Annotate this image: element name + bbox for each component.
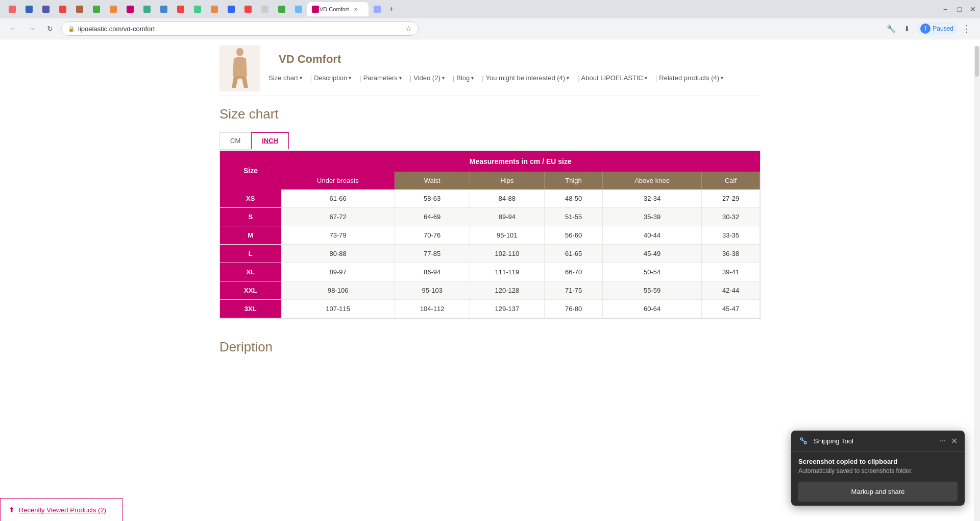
extensions-btn[interactable]: 🔧 — [884, 21, 898, 36]
cell-L-3: 61-65 — [545, 245, 603, 263]
product-image — [219, 45, 260, 91]
tab-item-13[interactable] — [206, 2, 223, 16]
cell-S-0: 67-72 — [281, 208, 395, 226]
cell-XS-1: 58-63 — [395, 190, 470, 208]
download-btn[interactable]: ⬇ — [900, 21, 914, 36]
tab-close-btn[interactable]: ✕ — [354, 7, 358, 12]
cell-3XL-1: 104-112 — [395, 300, 470, 318]
snipping-body: Screenshot copied to clipboard Automatic… — [791, 452, 965, 499]
cell-3XL-3: 76-80 — [545, 300, 603, 318]
nav-related[interactable]: Related products (4) ▾ — [659, 71, 729, 85]
tab-favicon-17 — [278, 6, 285, 13]
nav-interested[interactable]: You might be interested (4) ▾ — [486, 71, 576, 85]
sep-3: | — [410, 74, 411, 82]
tab-item-9[interactable] — [139, 2, 155, 16]
tab-item-1[interactable] — [4, 2, 20, 16]
snipping-close-btn[interactable]: ✕ — [951, 436, 958, 446]
size-cell-XL: XL — [220, 263, 281, 281]
minimize-btn[interactable]: － — [941, 4, 949, 15]
size-cell-XXL: XXL — [220, 281, 281, 300]
tab-item-5[interactable] — [71, 2, 88, 16]
cell-XS-5: 27-29 — [702, 190, 760, 208]
tab-item-active[interactable]: VD Comfort ✕ — [307, 2, 369, 16]
sep-4: | — [453, 74, 454, 82]
tab-item-18[interactable] — [290, 2, 307, 16]
address-bar[interactable]: 🔒 lipoelastic.com/vd-comfort ☆ — [61, 21, 419, 36]
col-calf: Calf — [702, 172, 760, 190]
maximize-btn[interactable]: □ — [958, 5, 962, 13]
profile-btn[interactable]: T Paused — [916, 22, 958, 35]
size-header: Size — [220, 151, 281, 190]
tab-favicon-15 — [244, 6, 252, 13]
section-title: Size chart — [219, 106, 761, 122]
tab-item-17[interactable] — [274, 2, 290, 16]
tab-item-15[interactable] — [240, 2, 256, 16]
new-tab-btn[interactable]: + — [386, 5, 397, 14]
tab-item-3[interactable] — [38, 2, 54, 16]
cell-XL-1: 86-94 — [395, 263, 470, 281]
tab-cm[interactable]: CM — [219, 132, 251, 150]
recently-viewed-bar[interactable]: ⬆ Recently Viewed Products (2) — [0, 498, 122, 499]
cell-3XL-2: 129-137 — [470, 300, 545, 318]
tab-item-8[interactable] — [122, 2, 138, 16]
snipping-tool-icon — [798, 436, 808, 446]
size-tabs: CM INCH — [219, 132, 761, 151]
url-text: lipoelastic.com/vd-comfort — [78, 25, 155, 33]
nav-description[interactable]: Description ▾ — [314, 71, 357, 85]
main-section: Size chart CM INCH Size Measurements in … — [219, 96, 761, 329]
snipping-tool-notification: Snipping Tool ··· ✕ Screenshot copied to… — [791, 431, 965, 499]
col-hips: Hips — [470, 172, 545, 190]
tab-item-10[interactable] — [156, 2, 172, 16]
nav-blog[interactable]: Blog ▾ — [456, 71, 480, 85]
tab-item-6[interactable] — [88, 2, 105, 16]
tab-favicon-4 — [59, 6, 66, 13]
chevron-blog: ▾ — [471, 75, 474, 81]
nav-parameters[interactable]: Parameters ▾ — [363, 71, 408, 85]
svg-line-4 — [801, 440, 805, 442]
tab-item-11[interactable] — [173, 2, 189, 16]
tab-item-16[interactable] — [257, 2, 273, 16]
cell-M-1: 70-76 — [395, 226, 470, 245]
size-cell-M: M — [220, 226, 281, 245]
tab-favicon-10 — [160, 6, 167, 13]
bookmark-icon[interactable]: ☆ — [405, 25, 412, 33]
address-bar-row: ← → ↻ 🔒 lipoelastic.com/vd-comfort ☆ 🔧 ⬇… — [0, 18, 980, 39]
settings-btn[interactable]: ⋮ — [960, 21, 974, 36]
tab-favicon-7 — [110, 6, 117, 13]
cell-S-4: 35-39 — [602, 208, 701, 226]
tab-item-4[interactable] — [55, 2, 71, 16]
scrollbar-thumb[interactable] — [975, 46, 979, 77]
nav-about[interactable]: About LIPOELASTIC ▾ — [581, 71, 653, 85]
svg-point-1 — [800, 438, 803, 440]
snipping-tool-title: Snipping Tool — [814, 437, 939, 445]
product-info: VD Comfort Size chart ▾ | Description ▾ … — [268, 53, 729, 85]
chevron-description: ▾ — [349, 75, 351, 81]
cell-XS-0: 61-66 — [281, 190, 395, 208]
tab-favicon-20 — [374, 6, 381, 13]
tab-item-12[interactable] — [189, 2, 206, 16]
snipping-msg-sub: Automatically saved to screenshots folde… — [798, 467, 958, 475]
cell-XS-3: 48-50 — [545, 190, 603, 208]
tab-item-2[interactable] — [21, 2, 37, 16]
tab-favicon-8 — [127, 6, 134, 13]
cell-L-1: 77-85 — [395, 245, 470, 263]
tab-item-20[interactable] — [369, 2, 385, 16]
markup-share-btn[interactable]: Markup and share — [798, 482, 958, 499]
nav-video[interactable]: Video (2) ▾ — [413, 71, 451, 85]
reload-btn[interactable]: ↻ — [43, 21, 57, 36]
tab-favicon-9 — [143, 6, 151, 13]
back-btn[interactable]: ← — [6, 21, 20, 36]
tab-inch[interactable]: INCH — [251, 132, 289, 150]
tab-favicon-2 — [26, 6, 33, 13]
close-btn[interactable]: ✕ — [970, 5, 976, 13]
forward-btn[interactable]: → — [24, 21, 39, 36]
tab-item-7[interactable] — [105, 2, 121, 16]
snipping-more-btn[interactable]: ··· — [939, 436, 946, 445]
product-nav: Size chart ▾ | Description ▾ | Parameter… — [268, 66, 729, 85]
profile-avatar: T — [920, 23, 930, 34]
nav-size-chart[interactable]: Size chart ▾ — [268, 71, 308, 85]
tab-item-14[interactable] — [223, 2, 239, 16]
cell-M-5: 33-35 — [702, 226, 760, 245]
chevron-about: ▾ — [645, 75, 647, 81]
scrollbar-area[interactable] — [974, 46, 980, 499]
